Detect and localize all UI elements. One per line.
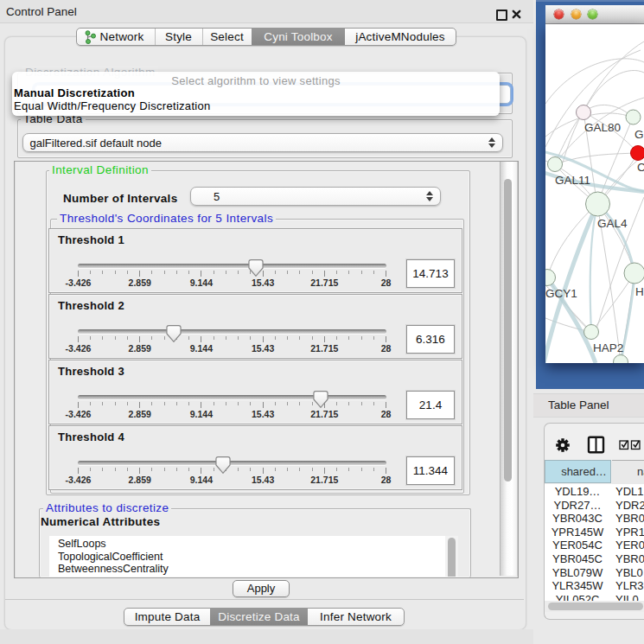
svg-text:G: G [634,128,644,141]
svg-text:H: H [635,285,644,298]
svg-text:GAL11: GAL11 [555,174,590,187]
svg-text:GAL4: GAL4 [597,217,628,230]
svg-text:GCY1: GCY1 [545,287,577,300]
svg-text:C: C [637,161,644,174]
svg-text:HAP2: HAP2 [593,341,623,354]
svg-text:GAL80: GAL80 [584,121,621,134]
